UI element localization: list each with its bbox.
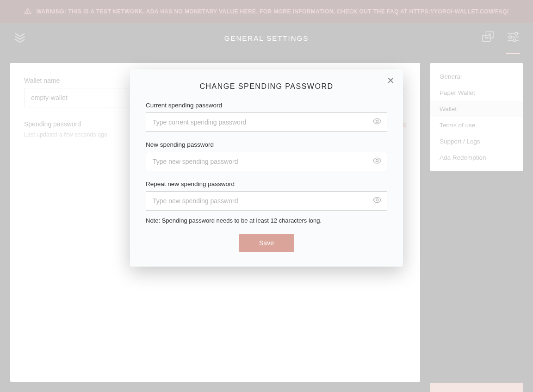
eye-icon[interactable] xyxy=(372,117,382,128)
current-password-label: Current spending password xyxy=(146,102,387,109)
new-password-label: New spending password xyxy=(146,141,387,148)
svg-point-10 xyxy=(376,120,378,123)
modal-overlay[interactable]: ✕ CHANGE SPENDING PASSWORD Current spend… xyxy=(0,0,533,392)
eye-icon[interactable] xyxy=(372,156,382,167)
change-password-modal: ✕ CHANGE SPENDING PASSWORD Current spend… xyxy=(130,69,403,267)
modal-title: CHANGE SPENDING PASSWORD xyxy=(146,82,387,91)
svg-point-11 xyxy=(376,160,378,162)
repeat-password-label: Repeat new spending password xyxy=(146,180,387,187)
new-password-input[interactable] xyxy=(146,152,387,171)
repeat-password-input[interactable] xyxy=(146,191,387,211)
save-button[interactable]: Save xyxy=(239,234,294,252)
current-password-input[interactable] xyxy=(146,112,387,132)
eye-icon[interactable] xyxy=(372,195,382,206)
password-note: Note: Spending password needs to be at l… xyxy=(146,217,387,224)
svg-point-12 xyxy=(376,199,378,201)
close-icon[interactable]: ✕ xyxy=(387,76,395,85)
